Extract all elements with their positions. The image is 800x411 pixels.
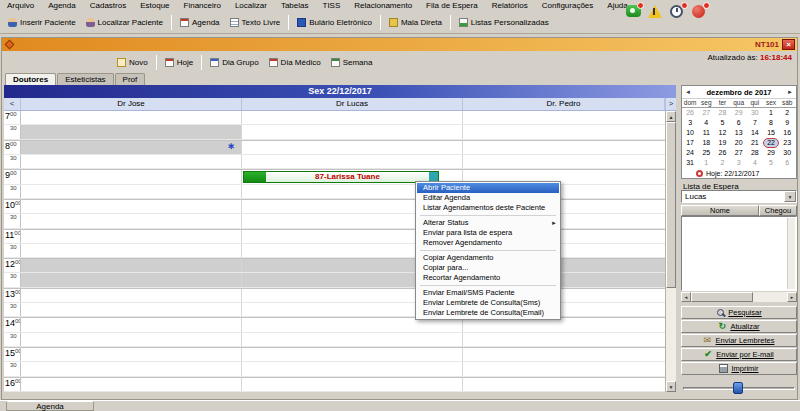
calendar-day[interactable]: 13: [731, 128, 747, 138]
slot-dr-jose[interactable]: [21, 259, 242, 272]
scroll-up-icon[interactable]: [666, 111, 676, 122]
mala-direta-button[interactable]: Mala Direta: [384, 16, 447, 29]
chevron-down-icon[interactable]: [784, 191, 796, 202]
slot-dr-pedro[interactable]: [463, 362, 665, 375]
slot-dr-lucas[interactable]: [242, 318, 463, 331]
calendar-day[interactable]: 11: [698, 128, 714, 138]
calendar-day[interactable]: 22: [763, 138, 779, 148]
slot-dr-jose[interactable]: [21, 273, 242, 286]
window-titlebar[interactable]: NT101: [2, 38, 797, 51]
slot-dr-jose[interactable]: [21, 170, 242, 183]
slot-dr-jose[interactable]: [21, 185, 242, 198]
slot-dr-jose[interactable]: [21, 348, 242, 361]
slot-dr-lucas[interactable]: [242, 378, 463, 391]
context-item-alterar-status[interactable]: Alterar Status: [417, 218, 559, 228]
calendar-day[interactable]: 16: [779, 128, 795, 138]
context-item-copiar-agendamento[interactable]: Copiar Agendamento: [417, 253, 559, 263]
slot-dr-jose[interactable]: [21, 244, 242, 257]
calendar-day[interactable]: 4: [747, 158, 763, 168]
calendar-day[interactable]: 2: [714, 158, 730, 168]
slot-dr-pedro[interactable]: [463, 111, 665, 124]
scrollbar-thumb[interactable]: [666, 122, 676, 288]
atualizar-button[interactable]: Atualizar: [681, 320, 797, 333]
statusbar-agenda-tab[interactable]: Agenda: [6, 401, 94, 411]
calendar-day[interactable]: 24: [682, 148, 698, 158]
calendar-day[interactable]: 31: [682, 158, 698, 168]
waitlist-column-chegou[interactable]: Chegou: [759, 205, 797, 216]
scroll-right-icon[interactable]: [787, 292, 797, 302]
calendar-day[interactable]: 14: [747, 128, 763, 138]
calendar-day[interactable]: 12: [714, 128, 730, 138]
imprimir-button[interactable]: Imprimir: [681, 362, 797, 375]
slot-dr-jose[interactable]: [21, 333, 242, 346]
calendar-day[interactable]: 9: [779, 118, 795, 128]
menu-item-financeiro[interactable]: Financeiro: [177, 0, 228, 11]
calendar-day[interactable]: 26: [714, 148, 730, 158]
calendar-day[interactable]: 1: [763, 108, 779, 118]
tab-prof[interactable]: Prof: [115, 73, 146, 85]
chat-icon[interactable]: [625, 4, 642, 20]
menu-item-cadastros[interactable]: Cadastros: [83, 0, 133, 11]
context-item-listar-agendamentos-deste-paciente[interactable]: Listar Agendamentos deste Paciente: [417, 203, 559, 213]
calendar-day[interactable]: 3: [731, 158, 747, 168]
slot-dr-pedro[interactable]: [463, 125, 665, 138]
calendar-day[interactable]: 28: [747, 148, 763, 158]
context-item-recortar-agendamento[interactable]: Recortar Agendamento: [417, 273, 559, 283]
context-item-enviar-lembrete-de-consulta-sms[interactable]: Enviar Lembrete de Consulta(Sms): [417, 298, 559, 308]
calendar-day[interactable]: 19: [714, 138, 730, 148]
close-icon[interactable]: [782, 39, 795, 50]
slot-dr-jose[interactable]: [21, 141, 242, 154]
slider-thumb[interactable]: [733, 382, 743, 394]
calendar-day[interactable]: 28: [714, 108, 730, 118]
context-item-remover-agendamento[interactable]: Remover Agendamento: [417, 238, 559, 248]
menu-item-tiss[interactable]: TISS: [316, 0, 348, 11]
localizar-paciente-button[interactable]: Localizar Paciente: [81, 16, 168, 29]
calendar-day[interactable]: 6: [779, 158, 795, 168]
calendar-prev-icon[interactable]: [685, 89, 695, 95]
semana-button[interactable]: Semana: [326, 56, 378, 69]
slot-dr-jose[interactable]: [21, 378, 242, 391]
slot-dr-jose[interactable]: [21, 125, 242, 138]
waitlist-column-nome[interactable]: Nome: [681, 205, 759, 216]
slot-dr-jose[interactable]: [21, 318, 242, 331]
column-header-dr-lucas[interactable]: Dr Lucas: [242, 98, 463, 110]
calendar-day[interactable]: 1: [698, 158, 714, 168]
context-item-enviar-lembrete-de-consulta-email[interactable]: Enviar Lembrete de Consulta(Email): [417, 308, 559, 318]
calendar-day[interactable]: 29: [731, 108, 747, 118]
calendar-day[interactable]: 29: [763, 148, 779, 158]
calendar-day[interactable]: 5: [714, 118, 730, 128]
schedule-vertical-scrollbar[interactable]: [665, 111, 676, 392]
slot-dr-jose[interactable]: [21, 289, 242, 302]
calendar-day[interactable]: 17: [682, 138, 698, 148]
calendar-day[interactable]: 2: [779, 108, 795, 118]
prev-column-icon[interactable]: [4, 98, 21, 110]
calendar-day[interactable]: 15: [763, 128, 779, 138]
context-item-editar-agenda[interactable]: Editar Agenda: [417, 193, 559, 203]
menu-item-estoque[interactable]: Estoque: [133, 0, 176, 11]
calendar-day[interactable]: 30: [747, 108, 763, 118]
calendar-next-icon[interactable]: [783, 89, 793, 95]
menu-item-relatorios[interactable]: Relatórios: [485, 0, 535, 11]
agenda-button[interactable]: Agenda: [175, 16, 225, 29]
column-header-dr-pedro[interactable]: Dr. Pedro: [463, 98, 665, 110]
context-item-enviar-para-lista-de-espera[interactable]: Enviar para lista de espera: [417, 228, 559, 238]
slot-dr-jose[interactable]: [21, 362, 242, 375]
menu-item-arquivo[interactable]: Arquivo: [0, 0, 41, 11]
next-column-icon[interactable]: [665, 98, 676, 110]
menu-item-tabelas[interactable]: Tabelas: [274, 0, 316, 11]
calendar-day[interactable]: 5: [763, 158, 779, 168]
bulario-eletronico-button[interactable]: Bulário Eletrônico: [292, 16, 377, 29]
scroll-down-icon[interactable]: [666, 381, 676, 392]
calendar-day[interactable]: 10: [682, 128, 698, 138]
calendar-day[interactable]: 6: [731, 118, 747, 128]
slot-dr-lucas[interactable]: [242, 141, 463, 154]
slot-dr-lucas[interactable]: [242, 362, 463, 375]
calendar-day[interactable]: 3: [682, 118, 698, 128]
waitlist-table-body[interactable]: [681, 216, 797, 291]
calendar-day[interactable]: 23: [779, 138, 795, 148]
warning-icon[interactable]: [647, 4, 664, 20]
dia-medico-button[interactable]: Dia Médico: [264, 56, 326, 69]
calendar-today-row[interactable]: Hoje: 22/12/2017: [682, 168, 796, 179]
slot-dr-pedro[interactable]: [463, 348, 665, 361]
menu-item-configuracoes[interactable]: Configurações: [535, 0, 601, 11]
